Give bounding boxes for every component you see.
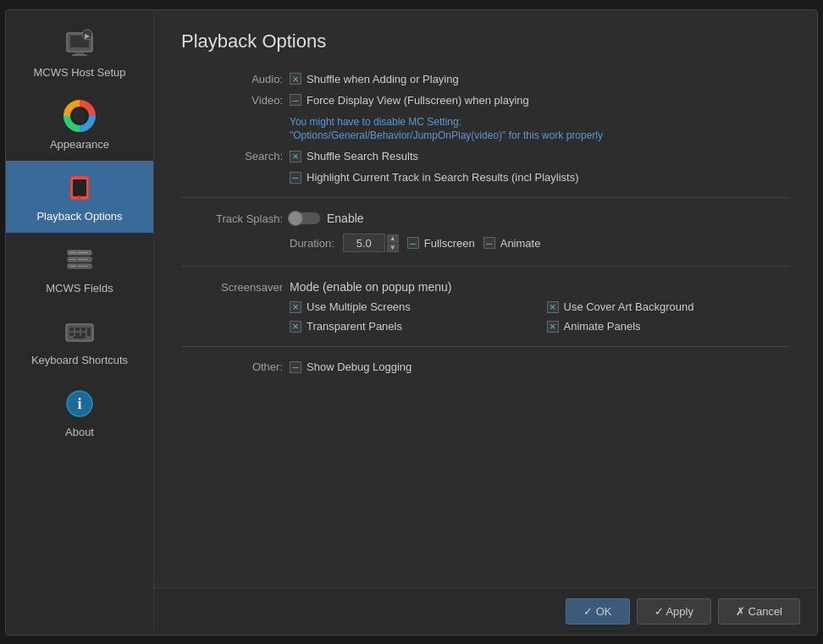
dialog-footer: ✓ OK ✓ Apply ✗ Cancel (154, 587, 817, 635)
screensaver-mode-label: Mode (enable on popup menu) (290, 280, 451, 294)
ok-button[interactable]: ✓ OK (566, 598, 629, 625)
svg-rect-21 (69, 328, 74, 331)
cover-art-checkbox[interactable] (547, 301, 559, 313)
search-row-1: Search: Shuffle Search Results (181, 150, 790, 162)
force-display-item: Force Display View (Fullscreen) when pla… (290, 94, 529, 107)
track-splash-row: Track Splash: Enable (181, 212, 790, 225)
main-content: Playback Options Audio: Shuffle when Add… (154, 10, 817, 635)
sidebar-item-playback-options[interactable]: Playback Options (6, 161, 153, 233)
divider-3 (181, 346, 790, 347)
video-row: Video: Force Display View (Fullscreen) w… (181, 94, 790, 107)
search-section: Search: Shuffle Search Results Highlight… (181, 150, 790, 184)
svg-rect-24 (69, 333, 74, 336)
svg-rect-18 (69, 266, 76, 267)
highlight-track-checkbox[interactable] (290, 172, 301, 184)
fullscreen-item: Fullscreen (407, 237, 475, 250)
duration-input[interactable] (343, 234, 385, 252)
fields-icon (63, 243, 97, 277)
show-debug-item: Show Debug Logging (290, 361, 412, 373)
sidebar-item-about[interactable]: i About (6, 377, 153, 449)
audio-section: Audio: Shuffle when Adding or Playing (181, 73, 790, 85)
animate-checkbox[interactable] (483, 237, 495, 249)
force-display-checkbox[interactable] (290, 94, 301, 106)
audio-row: Audio: Shuffle when Adding or Playing (181, 73, 790, 85)
sidebar-item-appearance[interactable]: Appearance (6, 89, 153, 161)
sidebar-label-mcws-fields: MCWS Fields (46, 282, 113, 294)
show-debug-checkbox[interactable] (290, 361, 301, 373)
search-label: Search: (181, 150, 283, 162)
apply-button[interactable]: ✓ Apply (637, 598, 711, 625)
svg-point-10 (78, 195, 81, 199)
transparent-panels-item: Transparent Panels (290, 320, 533, 333)
fullscreen-label: Fullscreen (424, 237, 475, 250)
svg-rect-25 (75, 333, 80, 336)
animate-panels-item: Animate Panels (547, 320, 791, 333)
force-display-label: Force Display View (Fullscreen) when pla… (307, 94, 529, 107)
svg-rect-22 (75, 328, 80, 331)
animate-panels-checkbox[interactable] (547, 321, 559, 333)
sidebar-label-appearance: Appearance (50, 138, 109, 151)
multiple-screens-checkbox[interactable] (290, 301, 301, 313)
multiple-screens-label: Use Multiple Screens (307, 300, 411, 313)
video-warning: You might have to disable MC Setting:"Op… (290, 115, 790, 144)
divider-1 (181, 197, 790, 198)
settings-dialog: ▶ MCWS Host Setup Appeara (5, 9, 818, 636)
shuffle-adding-item: Shuffle when Adding or Playing (290, 73, 459, 85)
spinner-buttons: ▲ ▼ (387, 234, 399, 252)
dialog-body: ▶ MCWS Host Setup Appeara (6, 10, 817, 635)
duration-spinner: ▲ ▼ (343, 234, 399, 252)
content-area: Playback Options Audio: Shuffle when Add… (154, 10, 817, 587)
screensaver-header-row: Screensaver Mode (enable on popup menu) (181, 280, 790, 294)
svg-rect-3 (72, 54, 87, 56)
shuffle-search-checkbox[interactable] (290, 151, 301, 162)
audio-label: Audio: (181, 73, 283, 85)
other-label: Other: (181, 361, 283, 373)
track-splash-section: Track Splash: Enable Duration: (181, 212, 790, 252)
spinner-up-btn[interactable]: ▲ (387, 234, 399, 243)
animate-item: Animate (483, 237, 541, 250)
page-title: Playback Options (181, 30, 790, 52)
sidebar-item-mcws-fields[interactable]: MCWS Fields (6, 233, 153, 305)
about-icon: i (63, 387, 97, 421)
highlight-track-item: Highlight Current Track in Search Result… (290, 171, 579, 184)
svg-rect-17 (78, 259, 88, 260)
divider-2 (181, 266, 790, 267)
keyboard-icon (63, 315, 97, 349)
show-debug-label: Show Debug Logging (307, 361, 412, 373)
sidebar-item-mcws-host-setup[interactable]: ▶ MCWS Host Setup (6, 17, 153, 89)
svg-rect-26 (81, 333, 86, 336)
screensaver-grid: Use Multiple Screens Use Cover Art Backg… (290, 300, 790, 333)
shuffle-search-label: Shuffle Search Results (307, 150, 418, 162)
svg-point-7 (73, 109, 86, 123)
animate-label: Animate (500, 237, 541, 250)
animate-panels-label: Animate Panels (564, 320, 641, 333)
transparent-panels-checkbox[interactable] (290, 321, 301, 333)
shuffle-search-item: Shuffle Search Results (290, 150, 418, 162)
screensaver-section: Screensaver Mode (enable on popup menu) … (181, 280, 790, 333)
svg-rect-28 (74, 336, 86, 339)
duration-label: Duration: (290, 237, 334, 250)
shuffle-adding-label: Shuffle when Adding or Playing (307, 73, 459, 85)
other-section: Other: Show Debug Logging (181, 361, 790, 373)
duration-row: Duration: ▲ ▼ Fullscreen (290, 234, 790, 252)
svg-rect-16 (69, 259, 76, 260)
shuffle-adding-checkbox[interactable] (290, 73, 301, 85)
sidebar: ▶ MCWS Host Setup Appeara (6, 10, 154, 635)
sidebar-label-keyboard-shortcuts: Keyboard Shortcuts (31, 354, 128, 366)
highlight-track-label: Highlight Current Track in Search Result… (307, 171, 579, 184)
video-label: Video: (181, 94, 283, 107)
cover-art-label: Use Cover Art Background (564, 300, 694, 313)
sidebar-item-keyboard-shortcuts[interactable]: Keyboard Shortcuts (6, 305, 153, 377)
toggle-knob (288, 211, 303, 226)
other-row: Other: Show Debug Logging (181, 361, 790, 373)
toggle-track (290, 212, 320, 224)
track-splash-enable-label: Enable (327, 212, 364, 225)
cancel-button[interactable]: ✗ Cancel (718, 598, 800, 625)
track-splash-toggle[interactable] (290, 212, 320, 224)
playback-icon (63, 171, 97, 205)
spinner-down-btn[interactable]: ▼ (387, 244, 399, 252)
svg-text:i: i (77, 395, 81, 412)
svg-rect-27 (87, 328, 91, 336)
sidebar-label-about: About (65, 426, 94, 438)
fullscreen-checkbox[interactable] (407, 237, 419, 249)
